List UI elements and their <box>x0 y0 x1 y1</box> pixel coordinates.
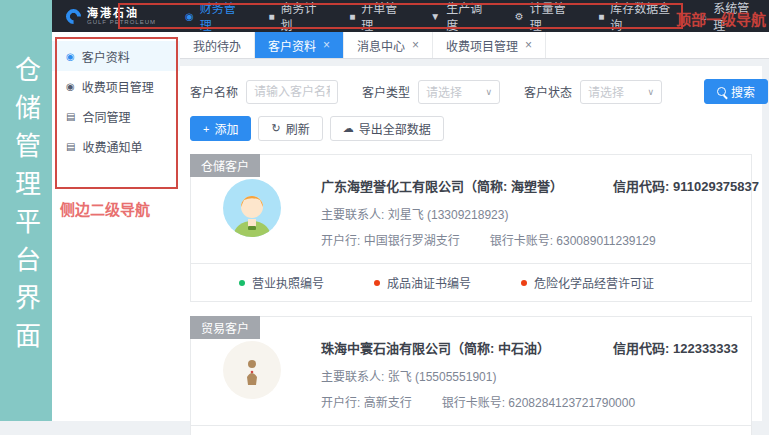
avatar <box>223 179 281 237</box>
cloud-export-icon: ☁ <box>343 122 354 135</box>
customer-type-select[interactable]: 请选择 ∨ <box>418 80 500 104</box>
tab-customer-profile[interactable]: 客户资料 × <box>255 32 344 58</box>
business-license-link[interactable]: 营业执照编号 <box>239 274 324 291</box>
contract-icon: ▤ <box>66 111 75 122</box>
status-dot-icon <box>374 280 380 286</box>
bank-line: 开户行: 高新支行 <box>321 393 412 410</box>
certificate-links: 营业执照编号 成品油证书编号 危险化学品经营许可证 <box>191 263 751 301</box>
main-panel: 客户名称 客户类型 请选择 ∨ 客户状态 请选择 ∨ 搜索 重置 + <box>180 66 762 421</box>
fee-item-icon: ◉ <box>66 81 75 92</box>
customer-type-badge: 贸易客户 <box>190 316 260 339</box>
logo-subtitle: GULF PETROLEUM <box>87 19 156 26</box>
sidebar-item-contracts[interactable]: ▤ 合同管理 <box>52 101 180 131</box>
status-dot-icon <box>239 280 245 286</box>
customer-type-badge: 仓储客户 <box>190 154 260 177</box>
customer-card-trade: 贸易客户 珠海中寰石油有限公司（简称: 中石油） 主要联系人: 张飞 (1550… <box>190 316 752 435</box>
billing-icon: ■ <box>349 11 355 22</box>
customer-name-input[interactable] <box>246 80 338 104</box>
inventory-query-icon: ■ <box>598 11 604 22</box>
search-button[interactable]: 搜索 <box>704 79 768 104</box>
tab-bar: 我的待办 客户资料 × 消息中心 × 收费项目管理 × <box>180 32 769 59</box>
top-nav-annotation-label: 顶部一级导航 <box>676 8 766 29</box>
vertical-banner: 仓储管理平台界面 <box>0 0 52 421</box>
customer-status-select[interactable]: 请选择 ∨ <box>580 80 662 104</box>
account-line: 银行卡账号: 630089011239129 <box>490 231 656 248</box>
topbar: 海港石油 GULF PETROLEUM ◉ 财务管理 ■ 商务计划 ■ 开单管理… <box>52 0 769 32</box>
tab-message-center[interactable]: 消息中心 × <box>344 32 433 58</box>
nav-item-billing[interactable]: ■ 开单管理 <box>336 0 417 32</box>
tab-my-todo[interactable]: 我的待办 <box>180 32 255 58</box>
customer-status-label: 客户状态 <box>524 83 572 100</box>
close-icon[interactable]: × <box>323 38 330 52</box>
sidebar-annotation-label: 侧边二级导航 <box>60 198 150 219</box>
business-plan-icon: ■ <box>268 11 274 22</box>
company-name: 广东海塑誉化工有限公司（简称: 海塑誉） <box>321 176 589 195</box>
banner-title: 仓储管理平台界面 <box>8 56 45 421</box>
sidebar-item-customer-profile[interactable]: ◉ 客户资料 <box>52 41 180 71</box>
nav-item-business-plan[interactable]: ■ 商务计划 <box>255 0 336 32</box>
account-line: 银行卡账号: 6208284123721790000 <box>442 393 635 410</box>
plus-icon: + <box>203 123 209 135</box>
customer-profile-icon: ◉ <box>66 51 75 62</box>
bank-line: 开户行: 中国银行罗湖支行 <box>321 231 460 248</box>
export-all-button[interactable]: ☁ 导出全部数据 <box>330 116 444 141</box>
fee-notice-icon: ▤ <box>66 141 75 152</box>
search-icon <box>717 87 726 96</box>
refined-oil-cert-link[interactable]: 成品油证书编号 <box>374 274 471 291</box>
credit-code: 信用代码: 911029375837 <box>613 176 759 195</box>
customer-card-warehouse: 仓储客户 广东海塑誉化工有限公司（简称: 海塑誉） 主要联系人: 刘星飞 (13… <box>190 154 752 302</box>
chevron-down-icon: ∨ <box>485 87 492 97</box>
contact-line: 主要联系人: 张飞 (15505551901) <box>321 367 589 384</box>
customer-name-label: 客户名称 <box>190 83 238 100</box>
app-logo: 海港石油 GULF PETROLEUM <box>66 7 162 26</box>
filter-row: 客户名称 客户类型 请选择 ∨ 客户状态 请选择 ∨ 搜索 重置 <box>180 66 762 116</box>
add-button[interactable]: + 添加 <box>190 116 251 141</box>
company-name: 珠海中寰石油有限公司（简称: 中石油） <box>321 338 589 357</box>
nav-item-dispatch[interactable]: ▼ 生产调度 <box>417 0 501 32</box>
refresh-icon: ↻ <box>271 122 280 135</box>
nav-item-inventory-query[interactable]: ■ 库存数据查询 <box>585 0 688 32</box>
logo-title: 海港石油 <box>87 7 156 19</box>
sidebar: ◉ 客户资料 ◉ 收费项目管理 ▤ 合同管理 ▤ 收费通知单 <box>52 32 180 421</box>
contact-line: 主要联系人: 刘星飞 (13309218923) <box>321 205 589 222</box>
chevron-down-icon: ∨ <box>647 87 654 97</box>
nav-item-metering[interactable]: ⚙ 计量管理 <box>502 0 586 32</box>
metering-gear-icon: ⚙ <box>515 11 524 22</box>
tab-fee-items[interactable]: 收费项目管理 × <box>433 32 546 58</box>
finance-icon: ◉ <box>185 11 194 22</box>
credit-code: 信用代码: 122333333 <box>613 338 738 357</box>
close-icon[interactable]: × <box>412 38 419 52</box>
close-icon[interactable]: × <box>525 38 532 52</box>
nav-item-finance[interactable]: ◉ 财务管理 <box>172 0 255 32</box>
hazardous-chem-license-link[interactable]: 危险化学品经营许可证 <box>521 274 654 291</box>
action-button-row: + 添加 ↻ 刷新 ☁ 导出全部数据 <box>180 116 762 154</box>
sidebar-item-fee-notice[interactable]: ▤ 收费通知单 <box>52 131 180 161</box>
status-dot-icon <box>521 280 527 286</box>
logo-g-icon <box>63 5 84 26</box>
customer-type-label: 客户类型 <box>362 83 410 100</box>
certificate-links: 营业执照编号 成品油证书编号 危险化学品经营许可证 <box>191 425 751 435</box>
refresh-button[interactable]: ↻ 刷新 <box>258 116 322 141</box>
sidebar-item-fee-items[interactable]: ◉ 收费项目管理 <box>52 71 180 101</box>
dispatch-pin-icon: ▼ <box>430 11 440 22</box>
avatar <box>223 341 281 399</box>
